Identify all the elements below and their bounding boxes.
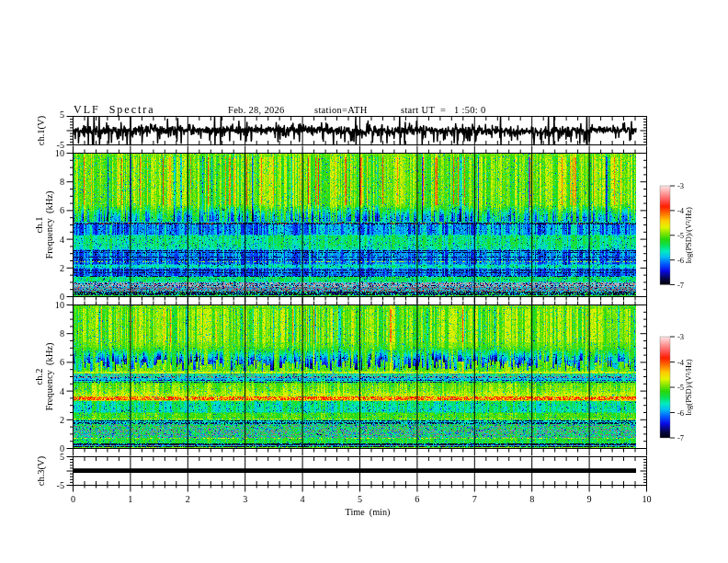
svg-text:log(PSD)/(V²/Hz): log(PSD)/(V²/Hz) [684,207,693,263]
svg-text:6: 6 [415,494,419,504]
svg-text:ch.2: ch.2 [34,369,44,385]
svg-text:8: 8 [60,328,64,339]
svg-text:4: 4 [301,494,305,504]
svg-text:0: 0 [71,494,75,504]
svg-text:5: 5 [60,109,64,120]
svg-text:VLF Spectra: VLF Spectra [74,103,155,116]
svg-text:ch.1: ch.1 [34,217,44,234]
svg-text:-5: -5 [57,480,65,490]
svg-text:0: 0 [60,443,64,454]
svg-text:Frequency (kHz): Frequency (kHz) [44,190,55,259]
svg-text:2: 2 [60,263,64,273]
svg-text:4: 4 [60,386,64,396]
svg-text:-3: -3 [677,181,684,190]
svg-text:2: 2 [186,494,190,504]
svg-text:9: 9 [587,494,592,504]
svg-text:3: 3 [243,494,247,504]
svg-text:log(PSD)/(V²/Hz): log(PSD)/(V²/Hz) [684,359,693,415]
svg-text:10: 10 [55,300,64,310]
svg-text:start UT = 1 :50: 0: start UT = 1 :50: 0 [401,105,485,115]
svg-text:-3: -3 [677,332,684,341]
svg-text:Feb. 28, 2026: Feb. 28, 2026 [228,105,285,115]
svg-text:6: 6 [60,357,64,367]
svg-text:8: 8 [529,494,534,504]
svg-text:10: 10 [55,148,64,158]
svg-text:7: 7 [472,494,477,504]
svg-text:ch.1(V): ch.1(V) [36,115,47,145]
svg-text:6: 6 [60,205,64,215]
svg-text:1: 1 [128,494,132,504]
svg-text:2: 2 [60,415,64,425]
svg-text:Frequency (kHz): Frequency (kHz) [44,342,55,411]
svg-text:8: 8 [60,177,64,187]
svg-text:Time (min): Time (min) [346,507,391,518]
svg-text:-7: -7 [677,433,684,442]
svg-text:10: 10 [642,494,651,504]
svg-text:-7: -7 [677,281,684,290]
svg-text:5: 5 [358,494,362,504]
svg-text:ch.3(V): ch.3(V) [36,455,47,486]
svg-text:station=ATH: station=ATH [314,105,368,115]
svg-text:4: 4 [60,235,64,245]
